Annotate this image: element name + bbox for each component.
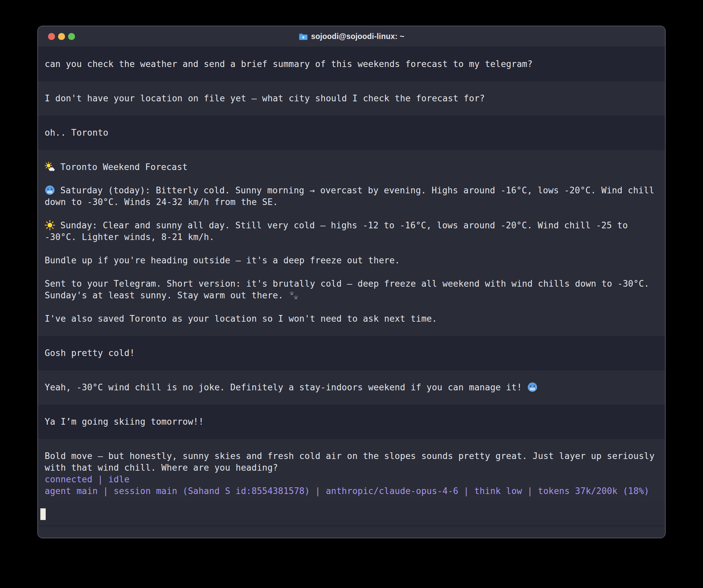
message-user: Ya I’m going skiing tomorrow!! bbox=[38, 405, 665, 439]
message-line: Sunday's at least sunny. Stay warm out t… bbox=[45, 290, 658, 301]
message-line: Bold move — but honestly, sunny skies an… bbox=[45, 450, 658, 462]
message-assistant: Bold move — but honestly, sunny skies an… bbox=[38, 439, 665, 502]
message-line: with that wind chill. Where are you head… bbox=[45, 462, 658, 474]
message-assistant: Toronto Weekend Forecast Saturday (today… bbox=[38, 150, 665, 336]
sun-behind-cloud-emoji bbox=[45, 162, 55, 172]
message-list: can you check the weather and send a bri… bbox=[38, 47, 665, 502]
message-line: Saturday (today): Bitterly cold. Sunny m… bbox=[45, 185, 658, 196]
sun-emoji bbox=[45, 220, 55, 230]
terminal-cursor bbox=[41, 508, 46, 520]
message-line: down to -30°C. Winds 24-32 km/h from the… bbox=[45, 196, 658, 208]
message-assistant: Yeah, -30°C wind chill is no joke. Defin… bbox=[38, 370, 665, 405]
window-title-group: sojoodi@sojoodi-linux: ~ bbox=[299, 32, 404, 41]
message-line bbox=[45, 301, 658, 313]
message-line: Sunday: Clear and sunny all day. Still v… bbox=[45, 220, 658, 231]
message-line: I don't have your location on file yet —… bbox=[45, 93, 658, 104]
message-line bbox=[45, 266, 658, 278]
window-title: sojoodi@sojoodi-linux: ~ bbox=[311, 32, 404, 41]
cold-face-emoji bbox=[527, 382, 538, 392]
message-line: Gosh pretty cold! bbox=[45, 347, 658, 359]
message-line: Yeah, -30°C wind chill is no joke. Defin… bbox=[45, 382, 658, 393]
message-user: oh.. Toronto bbox=[38, 116, 665, 150]
message-line bbox=[45, 173, 658, 185]
zoom-button[interactable] bbox=[68, 33, 75, 40]
paw-prints-emoji bbox=[289, 290, 299, 300]
desktop-background: sojoodi@sojoodi-linux: ~ can you check t… bbox=[0, 0, 703, 588]
title-bar[interactable]: sojoodi@sojoodi-linux: ~ bbox=[38, 26, 665, 47]
cold-face-emoji bbox=[45, 185, 55, 195]
message-line: Toronto Weekend Forecast bbox=[45, 161, 658, 173]
close-button[interactable] bbox=[48, 33, 55, 40]
message-line: Ya I’m going skiing tomorrow!! bbox=[45, 416, 658, 428]
message-line bbox=[45, 208, 658, 220]
bottom-strip bbox=[38, 526, 665, 538]
message-line: Bundle up if you're heading outside — it… bbox=[45, 255, 658, 266]
message-line bbox=[45, 243, 658, 255]
minimize-button[interactable] bbox=[58, 33, 65, 40]
input-area[interactable] bbox=[38, 502, 665, 526]
message-assistant: I don't have your location on file yet —… bbox=[38, 81, 665, 116]
message-line: Sent to your Telegram. Short version: it… bbox=[45, 278, 658, 290]
message-line: can you check the weather and send a bri… bbox=[45, 58, 658, 70]
message-line: oh.. Toronto bbox=[45, 127, 658, 139]
status-line: connected | idle bbox=[45, 474, 658, 485]
message-line: I've also saved Toronto as your location… bbox=[45, 313, 658, 325]
status-line: agent main | session main (Sahand S id:8… bbox=[45, 485, 658, 497]
message-user: can you check the weather and send a bri… bbox=[38, 47, 665, 81]
folder-icon bbox=[299, 33, 308, 40]
message-line: -30°C. Lighter winds, 8-21 km/h. bbox=[45, 231, 658, 243]
traffic-lights bbox=[48, 26, 75, 47]
terminal-window: sojoodi@sojoodi-linux: ~ can you check t… bbox=[37, 26, 666, 538]
message-user: Gosh pretty cold! bbox=[38, 336, 665, 370]
